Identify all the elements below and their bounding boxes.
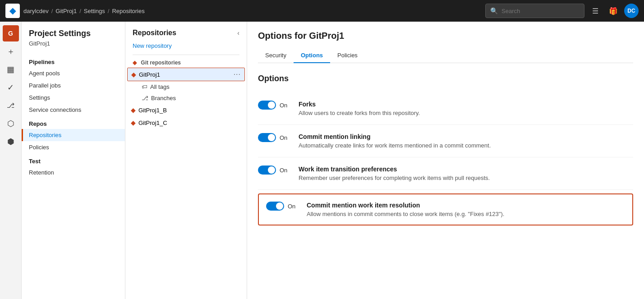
option-commit-resolution: On Commit mention work item resolution A… [258, 193, 633, 225]
breadcrumb-settings[interactable]: Settings [84, 8, 105, 14]
tabs-row: Security Options Policies [258, 48, 633, 63]
cml-toggle-wrap: On [258, 133, 290, 142]
sidebar-item-policies[interactable]: Policies [22, 141, 125, 153]
git-repos-label: ◆ Git repositories [125, 55, 247, 68]
repo-name-b: GitProj1_B [138, 107, 167, 114]
search-box[interactable]: 🔍 [485, 4, 584, 18]
rail-pr-icon[interactable]: ⎇ [3, 97, 19, 114]
content-area: Options for GitProj1 Security Options Po… [247, 22, 644, 299]
mid-panel: Repositories ‹ New repository ◆ Git repo… [125, 22, 247, 299]
option-commit-mention-linking: On Commit mention linking Automatically … [258, 125, 633, 157]
sidebar: Project Settings GitProj1 Pipelines Agen… [22, 22, 125, 299]
repo-item-left: ◆ GitProj1 [131, 71, 160, 78]
rail-board-icon[interactable]: ▦ [3, 61, 19, 78]
repo-more-icon[interactable]: ··· [234, 70, 241, 78]
sidebar-item-retention[interactable]: Retention [22, 166, 125, 179]
mid-panel-header: Repositories ‹ [125, 22, 247, 41]
git-icon-b: ◆ [131, 106, 136, 114]
sidebar-subtitle: GitProj1 [22, 40, 125, 54]
sidebar-item-parallel-jobs[interactable]: Parallel jobs [22, 79, 125, 92]
topbar: ◆ darylcdev / GitProj1 / Settings / Repo… [0, 0, 644, 22]
wit-toggle-wrap: On [258, 166, 290, 175]
forks-content: Forks Allow users to create forks from t… [299, 101, 633, 116]
cml-toggle[interactable] [258, 133, 276, 142]
repo-name-c: GitProj1_C [138, 120, 167, 126]
search-input[interactable] [501, 8, 580, 14]
forks-title: Forks [299, 101, 633, 108]
forks-toggle-label: On [280, 102, 287, 109]
cmr-toggle-label: On [288, 203, 295, 210]
cmr-toggle-wrap: On [266, 202, 298, 211]
sep-3: / [108, 8, 110, 14]
sidebar-title: Project Settings [22, 29, 125, 40]
tab-policies[interactable]: Policies [330, 48, 365, 63]
rail-org-icon[interactable]: G [3, 25, 19, 41]
sidebar-section-pipelines: Pipelines [22, 54, 125, 67]
wit-content: Work item transition preferences Remembe… [299, 166, 633, 181]
breadcrumb-project[interactable]: GitProj1 [55, 8, 77, 14]
cmr-content: Commit mention work item resolution Allo… [307, 202, 625, 217]
logo-glyph: ◆ [9, 6, 16, 16]
gift-icon[interactable]: 🎁 [606, 4, 621, 18]
git-icon-c: ◆ [131, 119, 136, 126]
cml-content: Commit mention linking Automatically cre… [299, 133, 633, 149]
sidebar-item-settings[interactable]: Settings [22, 92, 125, 104]
user-avatar[interactable]: DC [624, 4, 639, 18]
tab-options[interactable]: Options [294, 48, 330, 63]
wit-title: Work item transition preferences [299, 166, 633, 173]
sidebar-item-service-connections[interactable]: Service connections [22, 104, 125, 116]
rail-artifact-icon[interactable]: ⬢ [3, 133, 19, 150]
cmr-title: Commit mention work item resolution [307, 202, 625, 209]
wit-toggle[interactable] [258, 166, 276, 175]
wit-desc: Remember user preferences for completing… [299, 175, 633, 181]
wit-toggle-label: On [280, 167, 287, 174]
rail-add-icon[interactable]: ＋ [3, 43, 19, 60]
forks-toggle[interactable] [258, 101, 276, 110]
sidebar-item-agent-pools[interactable]: Agent pools [22, 67, 125, 79]
collapse-icon[interactable]: ‹ [237, 29, 239, 37]
sep-2: / [79, 8, 81, 14]
tag-icon: 🏷 [142, 83, 147, 90]
rail-check-icon[interactable]: ✓ [3, 79, 19, 96]
breadcrumb: darylcdev / GitProj1 / Settings / Reposi… [23, 8, 145, 14]
repo-item-gitproj1c[interactable]: ◆ GitProj1_C [125, 116, 247, 129]
cmr-desc: Allow mentions in commit comments to clo… [307, 211, 625, 217]
breadcrumb-repos[interactable]: Repositories [112, 8, 144, 14]
tab-security[interactable]: Security [258, 48, 294, 63]
mid-panel-title: Repositories [133, 29, 176, 37]
repo-item-left-b: ◆ GitProj1_B [131, 106, 167, 114]
sub-item-all-tags[interactable]: 🏷 All tags [125, 81, 247, 92]
options-section-label: Options [258, 74, 633, 83]
cmr-toggle[interactable] [266, 202, 284, 211]
repo-name: GitProj1 [139, 71, 160, 78]
rail-pipe-icon[interactable]: ⬡ [3, 115, 19, 132]
branch-icon: ⎇ [142, 95, 148, 101]
repo-item-left-c: ◆ GitProj1_C [131, 119, 167, 126]
icon-rail: G ＋ ▦ ✓ ⎇ ⬡ ⬢ [0, 22, 22, 299]
forks-toggle-wrap: On [258, 101, 290, 110]
sidebar-section-repos: Repos [22, 116, 125, 129]
cml-title: Commit mention linking [299, 133, 633, 140]
content-title: Options for GitProj1 [258, 31, 633, 41]
option-work-item-transition: On Work item transition preferences Reme… [258, 157, 633, 190]
new-repository-button[interactable]: New repository [125, 41, 247, 55]
option-forks: On Forks Allow users to create forks fro… [258, 92, 633, 125]
repo-item-gitproj1[interactable]: ◆ GitProj1 ··· [127, 68, 245, 81]
org-logo[interactable]: ◆ [5, 4, 20, 18]
main-layout: G ＋ ▦ ✓ ⎇ ⬡ ⬢ Project Settings GitProj1 … [0, 22, 644, 299]
sidebar-item-repositories[interactable]: Repositories [22, 129, 125, 141]
sidebar-section-test: Test [22, 153, 125, 166]
git-repo-icon: ◆ [133, 60, 137, 66]
cml-desc: Automatically create links for work item… [299, 142, 633, 149]
repo-item-gitproj1b[interactable]: ◆ GitProj1_B [125, 104, 247, 116]
breadcrumb-org[interactable]: darylcdev [23, 8, 49, 14]
search-icon: 🔍 [490, 7, 498, 14]
forks-desc: Allow users to create forks from this re… [299, 110, 633, 116]
sep-1: / [51, 8, 53, 14]
list-icon[interactable]: ☰ [588, 4, 603, 18]
sub-item-branches[interactable]: ⎇ Branches [125, 92, 247, 104]
git-icon: ◆ [131, 71, 136, 78]
cml-toggle-label: On [280, 134, 287, 141]
